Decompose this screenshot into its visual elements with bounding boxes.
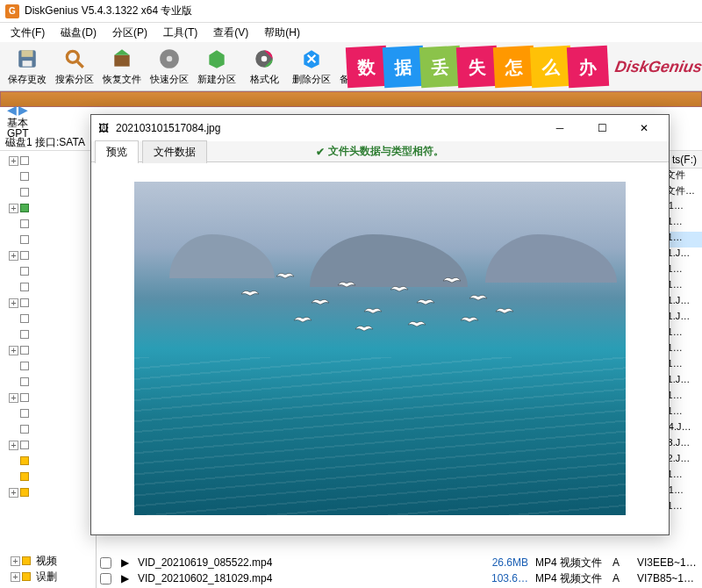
tool-recover[interactable]: 恢复文件 [98, 44, 146, 90]
file-altname: VI7B85~1… [637, 572, 698, 584]
tree-node[interactable]: + [2, 437, 94, 453]
file-attr: A [612, 556, 630, 569]
banner-char-5: 么 [530, 46, 572, 88]
tool-new[interactable]: 新建分区 [193, 44, 240, 90]
bird-icon [415, 296, 436, 308]
toolbar: 保存更改搜索分区恢复文件快速分区新建分区格式化删除分区备份分区系统迁移 数据丢失… [0, 42, 702, 91]
nav-arrows[interactable]: ◀ ▶ [7, 103, 28, 117]
tool-save[interactable]: 保存更改 [4, 44, 51, 90]
menu-3[interactable]: 工具(T) [156, 24, 204, 42]
tree-node[interactable] [2, 469, 94, 484]
bird-icon [468, 291, 489, 304]
tab-file-data[interactable]: 文件数据 [142, 140, 207, 163]
banner-char-4: 怎 [493, 46, 535, 88]
window-title: DiskGenius V5.4.3.1322 x64 专业版 [25, 4, 192, 18]
svg-point-8 [167, 56, 173, 62]
bird-icon [494, 305, 515, 317]
tool-delete[interactable]: 删除分区 [288, 44, 335, 90]
search-icon [62, 47, 87, 71]
preview-title-bar[interactable]: 🖼 202103101517084.jpg ─ ☐ ✕ [91, 115, 669, 141]
quick-icon [157, 47, 182, 71]
tree-node[interactable] [2, 232, 94, 247]
banner-char-2: 丢 [419, 46, 462, 88]
tab-preview[interactable]: 预览 [95, 140, 139, 163]
tree-node[interactable] [2, 311, 94, 326]
tree-node[interactable] [2, 216, 94, 232]
tree-node[interactable]: + [2, 153, 94, 169]
preview-body [91, 162, 669, 534]
file-altname: VI3EEB~1… [637, 556, 698, 569]
check-icon: ✔ [316, 146, 325, 158]
svg-rect-1 [22, 50, 33, 57]
menu-5[interactable]: 帮助(H) [257, 24, 307, 42]
delete-icon [299, 47, 324, 71]
preview-status: ✔ 文件头数据与类型相符。 [316, 144, 444, 159]
tree-node[interactable] [2, 421, 94, 437]
tool-search[interactable]: 搜索分区 [51, 44, 98, 90]
title-bar: G DiskGenius V5.4.3.1322 x64 专业版 [0, 0, 702, 23]
tree-panel[interactable]: ++++++++ [0, 151, 97, 588]
tree-node[interactable]: + [2, 295, 94, 311]
banner-char-0: 数 [346, 46, 388, 88]
file-attr: A [612, 572, 630, 584]
bird-icon [354, 322, 375, 334]
tree-node[interactable]: + [2, 247, 94, 263]
recover-icon [110, 47, 134, 71]
tree-node[interactable] [2, 374, 94, 390]
maximize-button[interactable]: ☐ [584, 116, 620, 140]
tree-node[interactable] [2, 169, 94, 184]
preview-window: 🖼 202103101517084.jpg ─ ☐ ✕ 预览 文件数据 ✔ 文件… [90, 114, 670, 535]
tree-node[interactable]: + [2, 342, 94, 358]
status-text: 文件头数据与类型相符。 [328, 144, 444, 159]
back-arrow-icon[interactable]: ◀ [7, 103, 17, 117]
new-icon [204, 47, 229, 71]
svg-point-11 [261, 56, 268, 62]
bird-icon [240, 287, 261, 299]
file-row[interactable]: ▶VID_20210619_085522.mp426.6MBMP4 视频文件AV… [97, 555, 702, 570]
menu-1[interactable]: 磁盘(D) [54, 24, 104, 42]
tree-node[interactable]: + [2, 390, 94, 405]
bird-icon [389, 283, 410, 295]
tree-folder[interactable]: +视频 [4, 553, 95, 569]
file-checkbox[interactable] [100, 557, 111, 569]
image-file-icon: 🖼 [98, 122, 109, 134]
tool-format[interactable]: 格式化 [240, 44, 288, 90]
svg-rect-5 [114, 55, 129, 67]
promo-banner[interactable]: 数据丢失怎么办 DiskGenius [350, 42, 702, 91]
tree-node[interactable] [2, 279, 94, 295]
preview-tabs: 预览 文件数据 ✔ 文件头数据与类型相符。 [91, 141, 669, 162]
file-size: 103.6… [486, 572, 528, 584]
minimize-button[interactable]: ─ [542, 116, 577, 140]
file-name: VID_20210602_181029.mp4 [138, 572, 479, 584]
tree-node[interactable] [2, 326, 94, 342]
svg-line-4 [77, 61, 83, 68]
disk-map-strip[interactable] [0, 91, 702, 107]
brand-logo: DiskGenius [613, 58, 702, 76]
tree-node[interactable] [2, 263, 94, 279]
tool-quick[interactable]: 快速分区 [146, 44, 193, 90]
forward-arrow-icon[interactable]: ▶ [18, 103, 28, 117]
file-list[interactable]: ▶VID_20210619_085522.mp426.6MBMP4 视频文件AV… [97, 553, 702, 588]
save-icon [15, 47, 39, 71]
svg-marker-9 [209, 50, 224, 68]
tree-node[interactable] [2, 453, 94, 469]
tree-folder[interactable]: +误删 [4, 569, 95, 584]
app-icon: G [5, 4, 19, 18]
tree-node[interactable] [2, 405, 94, 421]
tree-node[interactable]: + [2, 484, 94, 500]
bird-icon [275, 269, 296, 282]
tree-node[interactable] [2, 184, 94, 200]
close-button[interactable]: ✕ [627, 116, 662, 140]
tree-bottom[interactable]: +视频+误删 [4, 553, 95, 584]
tree-node[interactable]: + [2, 200, 94, 216]
bird-icon [406, 318, 427, 330]
menu-2[interactable]: 分区(P) [105, 24, 154, 42]
bird-icon [310, 296, 331, 308]
tree-node[interactable] [2, 358, 94, 374]
menu-4[interactable]: 查看(V) [206, 24, 255, 42]
menu-0[interactable]: 文件(F) [4, 24, 52, 42]
file-size: 26.6MB [486, 556, 528, 569]
file-row[interactable]: ▶VID_20210602_181029.mp4103.6…MP4 视频文件AV… [97, 570, 702, 586]
svg-point-3 [67, 51, 78, 62]
file-checkbox[interactable] [100, 573, 111, 584]
